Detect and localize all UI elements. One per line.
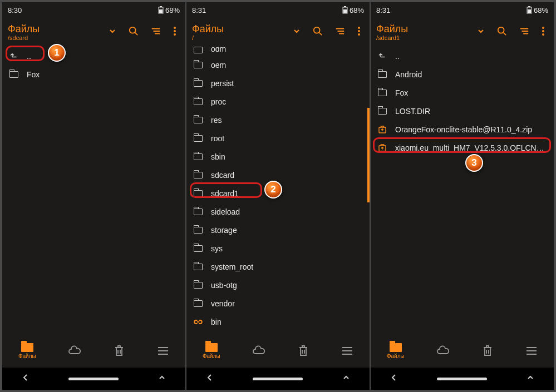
back-button[interactable]	[22, 374, 29, 384]
nav-files[interactable]: Файлы	[387, 343, 405, 359]
folder-icon	[193, 209, 203, 215]
file-row[interactable]: sdcard	[188, 166, 368, 184]
status-bar: 8:30 68%	[2, 2, 185, 18]
folder-icon	[377, 90, 387, 96]
file-row[interactable]: sideload	[188, 202, 368, 221]
folder-icon	[193, 227, 203, 234]
battery-icon	[527, 6, 532, 14]
svg-rect-2	[159, 9, 163, 13]
file-list: .. Android Fox LOST.DIR OrangeFox-onclit…	[371, 47, 554, 334]
page-title: Файлы	[8, 23, 105, 35]
status-bar: 8:31 68%	[371, 2, 554, 18]
dropdown-icon[interactable]	[293, 27, 301, 37]
folder-icon	[377, 108, 387, 115]
search-icon[interactable]	[129, 26, 139, 38]
file-row[interactable]: ..	[372, 47, 553, 65]
file-row[interactable]: storage	[188, 221, 368, 239]
more-icon[interactable]	[357, 26, 361, 38]
svg-point-11	[358, 27, 360, 29]
back-button[interactable]	[390, 374, 398, 384]
folder-icon	[193, 117, 203, 123]
file-row[interactable]: proc	[188, 92, 368, 111]
nav-label: Файлы	[387, 353, 405, 359]
file-row[interactable]: vendor	[188, 294, 368, 312]
folder-icon	[193, 98, 203, 105]
file-row[interactable]: xiaomi.eu_multi_HM7_V12.5.3.0.QFLCNXM_v1…	[372, 138, 553, 157]
nav-trash[interactable]	[298, 345, 309, 357]
file-label: sideload	[211, 207, 240, 216]
file-label: sdcard1	[211, 189, 239, 198]
nav-menu[interactable]	[157, 346, 169, 356]
file-label: root	[211, 134, 224, 143]
scroll-indicator[interactable]	[367, 108, 370, 202]
nav-cloud[interactable]	[252, 345, 265, 356]
svg-point-18	[542, 27, 544, 29]
file-row[interactable]: ..	[3, 47, 184, 65]
file-label: xiaomi.eu_multi_HM7_V12.5.3.0.QFLCNXM_v1…	[395, 143, 547, 152]
nav-cloud[interactable]	[436, 345, 450, 356]
nav-trash[interactable]	[482, 345, 493, 357]
dropdown-icon[interactable]	[477, 27, 485, 37]
file-label: usb-otg	[211, 281, 237, 290]
file-row[interactable]: system_root	[188, 257, 368, 276]
nav-trash[interactable]	[114, 345, 125, 357]
bottom-nav: Файлы	[2, 334, 185, 368]
recents-button[interactable]	[158, 374, 166, 384]
nav-menu[interactable]	[341, 346, 353, 356]
file-row[interactable]: oem	[188, 56, 368, 74]
file-row[interactable]: sys	[188, 239, 368, 257]
menu-icon	[341, 346, 353, 356]
file-label: storage	[211, 226, 237, 235]
search-icon[interactable]	[313, 26, 323, 38]
battery-icon	[342, 6, 348, 14]
file-row[interactable]: bugreports	[188, 331, 368, 334]
file-row[interactable]: Fox	[3, 65, 184, 83]
file-list: odm oem persist proc res root sbin sdcar…	[186, 47, 370, 334]
svg-point-3	[130, 27, 136, 33]
nav-files[interactable]: Файлы	[203, 343, 220, 359]
home-button[interactable]	[68, 378, 119, 380]
back-button[interactable]	[206, 374, 214, 384]
header: Файлы /sdcard	[2, 18, 185, 47]
nav-menu[interactable]	[525, 346, 538, 356]
file-row[interactable]: LOST.DIR	[372, 102, 553, 120]
dropdown-icon[interactable]	[109, 27, 116, 37]
up-icon	[377, 51, 387, 61]
file-label: sys	[211, 244, 223, 253]
recents-button[interactable]	[527, 374, 534, 384]
recents-button[interactable]	[342, 374, 350, 384]
cloud-icon	[68, 345, 81, 356]
file-row[interactable]: Fox	[372, 83, 553, 102]
file-row[interactable]: res	[188, 111, 368, 129]
sort-icon[interactable]	[519, 27, 529, 38]
file-row[interactable]: sdcard1	[188, 184, 368, 202]
file-label: vendor	[211, 299, 235, 308]
zip-icon	[377, 143, 387, 152]
folder-filled-icon	[21, 343, 33, 352]
file-row[interactable]: bin	[188, 312, 368, 331]
search-icon[interactable]	[497, 26, 507, 38]
file-row[interactable]: usb-otg	[188, 276, 368, 294]
folder-icon	[193, 62, 203, 68]
file-label: proc	[211, 97, 226, 106]
file-row[interactable]: persist	[188, 74, 368, 92]
sort-icon[interactable]	[335, 27, 345, 38]
cloud-icon	[252, 345, 265, 356]
sort-icon[interactable]	[151, 27, 161, 38]
nav-files[interactable]: Файлы	[18, 343, 36, 359]
file-row[interactable]: root	[188, 129, 368, 147]
home-button[interactable]	[437, 378, 487, 380]
file-row[interactable]: OrangeFox-onclite-stable@R11.0_4.zip	[372, 120, 553, 138]
home-button[interactable]	[253, 378, 303, 380]
more-icon[interactable]	[173, 26, 176, 38]
file-label: oem	[211, 61, 226, 70]
more-icon[interactable]	[542, 26, 545, 38]
file-row[interactable]: odm	[188, 47, 368, 56]
svg-point-5	[174, 30, 176, 32]
nav-cloud[interactable]	[68, 345, 81, 356]
folder-icon	[193, 245, 203, 252]
file-label: Android	[395, 70, 422, 79]
up-icon	[9, 51, 19, 61]
file-row[interactable]: Android	[372, 65, 553, 83]
file-row[interactable]: sbin	[188, 147, 368, 166]
